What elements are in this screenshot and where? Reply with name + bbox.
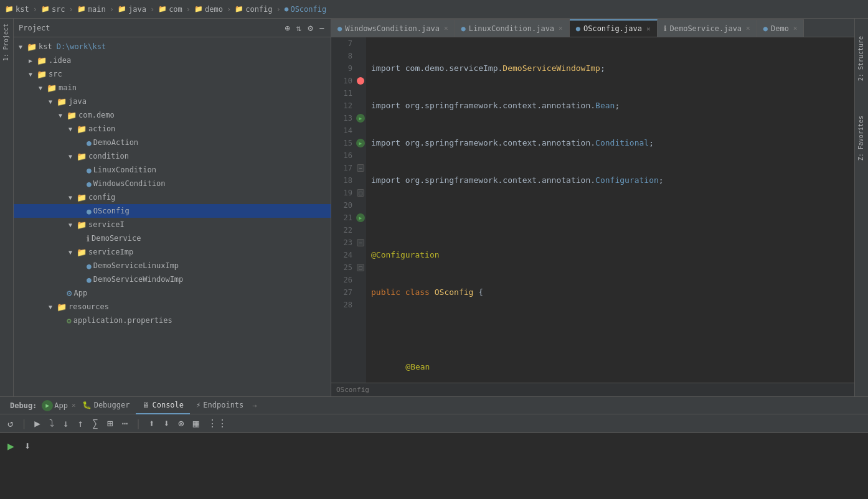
debug-columns-icon[interactable]: ▦ [191,416,202,431]
src-tree-icon: 📁 [37,70,47,79]
demo-service-linux-label: DemoServiceLinuxImp [93,261,179,270]
tree-item-app[interactable]: ⚙ App [14,286,331,300]
tree-item-osconfig[interactable]: ● OSconfig [14,204,331,218]
tree-item-condition[interactable]: ▼ 📁 condition [14,149,331,163]
fold-method-2-icon[interactable]: − [357,239,364,246]
breadcrumb-main[interactable]: 📁 main [77,5,106,14]
debug-step-over-btn[interactable]: ⬇ [22,438,34,454]
debug-run-icon[interactable]: ▶ [32,416,43,431]
linux-condition-label: LinuxCondition [93,166,156,174]
tab-demo-service[interactable]: ℹ DemoService.java × [658,19,757,37]
endpoints-icon: ⚡ [196,401,200,409]
gutter-14 [356,124,365,137]
breadcrumb-config[interactable]: 📁 config [235,5,272,14]
breadcrumb-java[interactable]: 📁 java [118,5,146,14]
linux-condition-icon: ● [87,166,92,175]
tree-item-service-i[interactable]: ▼ 📁 serviceI [14,218,331,231]
kst-folder-icon: 📁 [5,5,14,13]
ln-15: 15 [331,137,352,149]
tree-item-config[interactable]: ▼ 📁 config [14,190,331,204]
debug-step-over-icon[interactable]: ⤵ [47,416,57,431]
tree-item-resources[interactable]: ▼ 📁 resources [14,300,331,314]
debug-app-close[interactable]: × [72,401,76,409]
tree-item-windows-condition[interactable]: ● WindowsCondition [14,177,331,190]
config-folder-icon: 📁 [235,5,243,13]
debug-step-out-icon[interactable]: ↑ [75,416,87,431]
debug-up-icon[interactable]: ⬆ [146,416,158,431]
tree-item-src[interactable]: ▼ 📁 src [14,67,331,81]
demo-action-label: DemoAction [93,138,138,147]
tab-windows-condition-icon: ● [337,24,342,33]
main-folder-icon: 📁 [77,5,86,13]
tree-item-demo-service-linux[interactable]: ● DemoServiceLinuxImp [14,259,331,273]
tab-demo-service-close[interactable]: × [746,24,750,32]
sidebar-label-structure[interactable]: 2: Structure [855,31,868,86]
tree-item-demo-action[interactable]: ● DemoAction [14,136,331,149]
debug-step-into-icon[interactable]: ↓ [60,416,72,431]
debug-down-icon[interactable]: ⬇ [161,416,172,431]
debug-trace-icon[interactable]: ⋯ [119,416,130,431]
tree-item-app-props[interactable]: ⚙ application.properties [14,314,331,327]
tab-demo-service-icon: ℹ [664,24,667,33]
debug-more-icon[interactable]: ⋮⋮ [205,416,230,431]
debug-tab-console[interactable]: 🖥 Console [136,397,190,414]
code-breadcrumb-label: OSconfig [336,386,369,394]
debug-mute-icon[interactable]: ⊗ [176,416,187,431]
debug-tab-endpoints[interactable]: ⚡ Endpoints [190,397,250,414]
sidebar-label-project[interactable]: 1: Project [0,19,13,66]
demo-service-windows-label: DemoServiceWindowImp [93,275,184,284]
tab-demo[interactable]: ● Demo × [757,19,804,37]
locate-icon[interactable]: ⊕ [283,22,291,34]
resources-label: resources [68,302,109,311]
breadcrumb-demo[interactable]: 📁 demo [194,5,223,14]
breadcrumb-kst[interactable]: 📁 kst [5,5,29,14]
close-panel-icon[interactable]: − [318,22,326,34]
code-editor[interactable]: 7 8 9 10 11 12 13 14 15 16 17 18 19 20 2… [331,37,854,383]
tree-item-action[interactable]: ▼ 📁 action [14,122,331,136]
debug-restart-icon[interactable]: ↺ [5,416,16,431]
fold-close-1-icon[interactable]: □ [357,189,364,197]
tab-demo-close[interactable]: × [793,24,798,32]
tab-osconfig-close[interactable]: × [646,25,651,33]
settings-icon[interactable]: ⚙ [306,22,314,34]
tree-item-idea[interactable]: ▶ 📁 .idea [14,54,331,67]
breadcrumb-osconfig[interactable]: ● OSconfig [285,5,326,14]
tree-item-kst[interactable]: ▼ 📁 kst D:\work\kst [14,40,331,54]
debug-evaluate-icon[interactable]: ∑ [90,416,101,431]
run-class-icon[interactable]: ▶ [356,114,365,123]
tab-windows-condition-close[interactable]: × [444,24,448,32]
tab-linux-condition-close[interactable]: × [559,24,563,32]
tree-item-com-demo[interactable]: ▼ 📁 com.demo [14,108,331,122]
top-bar: 📁 kst › 📁 src › 📁 main › 📁 java › 📁 com … [0,0,868,19]
run-bean-2-icon[interactable]: ▶ [356,213,365,222]
code-breadcrumb: OSconfig [331,383,854,396]
osconfig-icon: ● [285,5,289,13]
tree-item-service-imp[interactable]: ▼ 📁 serviceImp [14,245,331,259]
breadcrumb-src[interactable]: 📁 src [41,5,65,14]
gutter-11 [356,87,365,100]
code-line-15: @Bean [371,361,854,373]
tree-item-main[interactable]: ▼ 📁 main [14,81,331,95]
tab-osconfig[interactable]: ● OSconfig.java × [570,19,658,37]
debug-resume-btn[interactable]: ▶ [5,438,17,454]
tree-item-java[interactable]: ▼ 📁 java [14,95,331,108]
debug-tab-debugger[interactable]: 🐛 Debugger [76,397,136,414]
fold-close-2-icon[interactable]: □ [357,264,364,271]
tree-item-demo-service-windows[interactable]: ● DemoServiceWindowImp [14,273,331,286]
tree-item-demo-service[interactable]: ℹ DemoService [14,231,331,245]
tab-linux-condition[interactable]: ● LinuxCondition.java × [455,19,570,37]
collapse-icon[interactable]: ⇅ [295,22,303,34]
sidebar-label-favorites[interactable]: Z: Favorites [855,111,868,166]
action-arrow: ▼ [68,126,75,133]
tree-item-linux-condition[interactable]: ● LinuxCondition [14,163,331,177]
app-label: App [73,289,87,297]
debug-app-label: App [54,401,68,410]
gutter-25: □ [356,261,365,274]
debug-add-frame-icon[interactable]: ⊞ [105,416,116,431]
breadcrumb-com[interactable]: 📁 com [158,5,182,14]
run-bean-1-icon[interactable]: ▶ [356,139,365,147]
tab-windows-condition-label: WindowsCondition.java [345,24,440,33]
code-content[interactable]: import com.demo.serviceImp.DemoServiceWi… [366,37,854,383]
tab-windows-condition[interactable]: ● WindowsCondition.java × [331,19,455,37]
fold-method-1-icon[interactable]: − [357,164,364,172]
